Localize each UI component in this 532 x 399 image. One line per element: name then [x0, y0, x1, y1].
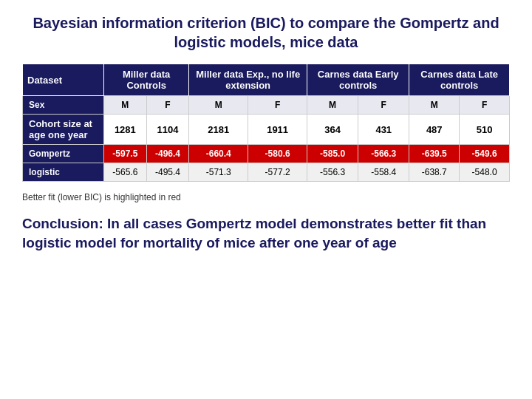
logistic-row: logistic -565.6 -495.4 -571.3 -577.2 -55… [23, 163, 510, 182]
sex-row: Sex M F M F M F M F [23, 96, 510, 115]
carnes-late-header: Carnes data Late controls [409, 64, 510, 96]
sex-m2: M [189, 96, 248, 115]
page: Bayesian information criterion (BIC) to … [0, 0, 532, 399]
miller-exp-header: Miller data Exp., no life extension [189, 64, 307, 96]
sex-f3: F [358, 96, 409, 115]
sex-f2: F [248, 96, 307, 115]
logistic-v6: -558.4 [358, 163, 409, 182]
logistic-v1: -565.6 [104, 163, 147, 182]
miller-controls-header: Miller data Controls [104, 64, 189, 96]
cohort-v2: 1104 [146, 115, 189, 145]
sex-m4: M [409, 96, 460, 115]
sex-m3: M [307, 96, 358, 115]
gompertz-v5: -585.0 [307, 145, 358, 163]
table-wrapper: Dataset Miller data Controls Miller data… [22, 64, 510, 182]
cohort-label: Cohort size at age one year [23, 115, 104, 145]
carnes-early-header: Carnes data Early controls [307, 64, 409, 96]
logistic-v5: -556.3 [307, 163, 358, 182]
bic-table: Dataset Miller data Controls Miller data… [22, 64, 510, 182]
cohort-v8: 510 [460, 115, 510, 145]
cohort-v5: 364 [307, 115, 358, 145]
gompertz-v4: -580.6 [248, 145, 307, 163]
gompertz-row: Gompertz -597.5 -496.4 -660.4 -580.6 -58… [23, 145, 510, 163]
gompertz-label: Gompertz [23, 145, 104, 163]
gompertz-v3: -660.4 [189, 145, 248, 163]
cohort-row: Cohort size at age one year 1281 1104 21… [23, 115, 510, 145]
logistic-v4: -577.2 [248, 163, 307, 182]
logistic-v2: -495.4 [146, 163, 189, 182]
logistic-v7: -638.7 [409, 163, 460, 182]
sex-f4: F [460, 96, 510, 115]
logistic-label: logistic [23, 163, 104, 182]
sex-f1: F [146, 96, 189, 115]
dataset-header: Dataset [23, 64, 104, 96]
logistic-v3: -571.3 [189, 163, 248, 182]
note-text: Better fit (lower BIC) is highlighted in… [22, 192, 510, 202]
gompertz-v2: -496.4 [146, 145, 189, 163]
sex-m1: M [104, 96, 147, 115]
page-title: Bayesian information criterion (BIC) to … [22, 13, 510, 52]
cohort-v6: 431 [358, 115, 409, 145]
gompertz-v8: -549.6 [460, 145, 510, 163]
logistic-v8: -548.0 [460, 163, 510, 182]
gompertz-v6: -566.3 [358, 145, 409, 163]
cohort-v4: 1911 [248, 115, 307, 145]
sex-label: Sex [23, 96, 104, 115]
gompertz-v7: -639.5 [409, 145, 460, 163]
cohort-v3: 2181 [189, 115, 248, 145]
conclusion-text: Conclusion: In all cases Gompertz model … [22, 214, 510, 252]
cohort-v1: 1281 [104, 115, 147, 145]
cohort-v7: 487 [409, 115, 460, 145]
gompertz-v1: -597.5 [104, 145, 147, 163]
